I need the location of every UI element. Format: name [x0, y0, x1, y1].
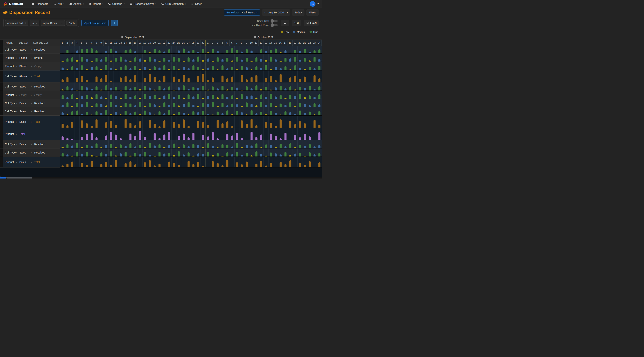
bar	[182, 144, 185, 148]
toggle-track[interactable]	[271, 24, 278, 26]
day-cell	[317, 107, 322, 115]
bar	[216, 57, 218, 62]
day-cell	[60, 71, 65, 82]
phone-icon	[161, 3, 164, 5]
bar	[120, 90, 122, 91]
bar	[76, 50, 78, 53]
home-icon	[32, 3, 34, 5]
day-cell	[142, 157, 148, 167]
day-cell	[264, 62, 268, 70]
user-menu[interactable]: S ▼	[310, 1, 319, 7]
active-filter-chip[interactable]: Agent Group : First	[82, 20, 109, 26]
row-bars	[60, 116, 322, 128]
next-date-button[interactable]: ›	[287, 11, 288, 14]
today-button[interactable]: Today	[292, 9, 304, 16]
nav-item-agents[interactable]: Agents▾	[69, 3, 84, 6]
apply-button[interactable]: Apply	[66, 20, 77, 26]
bar	[255, 143, 257, 148]
day-cell	[234, 116, 240, 128]
bar	[149, 96, 151, 99]
bar	[197, 162, 199, 167]
brand[interactable]: DeepCall	[3, 2, 23, 6]
day-cell	[259, 91, 264, 99]
day-cell	[176, 128, 181, 140]
day-cell	[157, 107, 162, 115]
chart-view-button[interactable]	[281, 20, 289, 26]
nav-item-obd-campaign[interactable]: OBD Campaign▾	[161, 3, 186, 6]
day-header: 14	[268, 40, 273, 46]
bar	[115, 135, 117, 140]
bar	[149, 120, 151, 128]
filter-field-dropdown[interactable]: Answered Call	[5, 20, 28, 26]
row-sub-sub-cat: Total	[34, 161, 40, 164]
nav-item-label: Broadcast Server	[134, 3, 154, 6]
day-header: 16	[133, 40, 138, 46]
show-total-toggle[interactable]: Show Total	[250, 20, 278, 22]
horizontal-scrollbar[interactable]	[0, 177, 322, 179]
day-cell	[259, 99, 264, 107]
bar	[66, 77, 68, 82]
bar	[154, 90, 156, 91]
day-cell	[298, 91, 302, 99]
day-cell	[302, 157, 307, 167]
nav-item-dashboard[interactable]: Dashboard	[32, 3, 48, 6]
day-cell	[220, 83, 225, 91]
bar	[270, 50, 272, 53]
day-cell	[109, 71, 114, 82]
table-row: Product›Sales›Total	[0, 116, 322, 128]
nav-item-outbond[interactable]: Outbond▾	[108, 3, 124, 6]
bar	[129, 143, 131, 148]
toggle-track[interactable]	[271, 20, 278, 22]
breakdown-dropdown[interactable]: Breakdown : Call Status ▼	[224, 9, 260, 16]
prev-date-button[interactable]: ‹	[264, 11, 265, 14]
nav-item-ivr[interactable]: IVR▾	[54, 3, 64, 6]
excel-export-button[interactable]: x Excel	[304, 20, 319, 26]
row-sub-sub-cat: Empty	[34, 65, 42, 68]
bar	[304, 146, 306, 148]
nav-item-report[interactable]: Report▾	[89, 3, 103, 6]
day-cell	[268, 46, 273, 53]
nav-item-broadcast-server[interactable]: Broadcast Server▾	[130, 3, 156, 6]
bar	[222, 94, 224, 99]
bar	[71, 111, 73, 115]
bar	[294, 65, 296, 70]
day-cell	[84, 71, 89, 82]
day-cell	[157, 54, 162, 62]
hide-blank-rows-toggle[interactable]: Hide Blank Rows	[250, 24, 278, 27]
filter-value-select[interactable]: Agent Group	[41, 20, 65, 26]
row-bars	[60, 128, 322, 140]
day-cell	[114, 116, 118, 128]
day-cell	[201, 128, 206, 140]
bar	[188, 152, 190, 157]
day-header: 29	[196, 40, 200, 46]
day-cell	[104, 54, 109, 62]
bar	[115, 105, 117, 107]
day-cell	[302, 54, 307, 62]
bar	[178, 79, 180, 82]
day-cell	[60, 91, 65, 99]
bar	[100, 147, 102, 148]
numbers-view-button[interactable]: 123	[292, 20, 300, 26]
add-filter-button[interactable]: +	[111, 20, 118, 26]
bar	[202, 147, 204, 148]
bar	[96, 119, 98, 128]
nav-item-other[interactable]: Other	[191, 3, 202, 6]
scrollbar-thumb[interactable]	[6, 177, 32, 179]
bar	[173, 143, 175, 148]
day-cell	[65, 46, 70, 53]
row-label: Call Type›Sales›Resolved	[0, 148, 60, 157]
day-cell	[60, 83, 65, 91]
avatar[interactable]: S	[310, 1, 316, 7]
week-button[interactable]: Week	[306, 9, 319, 16]
day-cell	[99, 91, 104, 99]
bar	[120, 138, 122, 140]
nav-item-label: Dashboard	[36, 3, 48, 6]
bar	[134, 75, 136, 82]
filter-operator-select[interactable]: is	[30, 20, 39, 26]
bar	[81, 76, 83, 82]
day-cell	[191, 83, 196, 91]
bar	[314, 68, 316, 70]
day-cell	[288, 99, 293, 107]
day-cell	[162, 83, 167, 91]
day-cell	[133, 157, 138, 167]
